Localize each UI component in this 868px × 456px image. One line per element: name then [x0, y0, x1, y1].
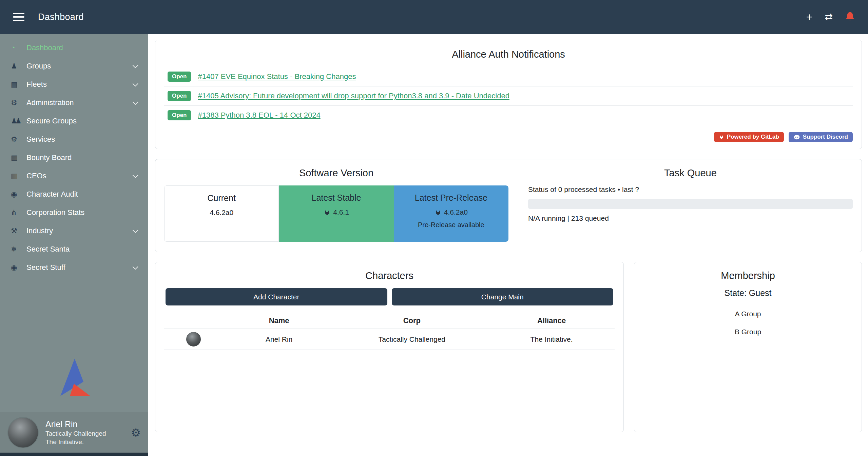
version-prerelease-number: 4.6.2a0: [444, 208, 468, 216]
sidebar-item-label: Secret Santa: [26, 245, 70, 254]
sidebar-item-secure-groups[interactable]: ♟♟ Secure Groups: [0, 112, 148, 130]
sidebar: ◔ Dashboard ♟ Groups ▤ Fleets ⚙ Administ…: [0, 34, 148, 456]
version-prerelease-value: 4.6.2a0: [394, 208, 508, 216]
membership-panel: Membership State: Guest A Group B Group: [634, 262, 862, 432]
characters-actions: Add Character Change Main: [166, 288, 613, 305]
wrench-icon: ⚒: [11, 227, 26, 235]
characters-title: Characters: [164, 270, 615, 281]
add-character-button[interactable]: Add Character: [166, 288, 387, 305]
sidebar-item-label: Industry: [26, 226, 53, 235]
chevron-down-icon: [133, 264, 138, 270]
sidebar-item-administration[interactable]: ⚙ Administration: [0, 94, 148, 112]
share-icon: ⋔: [11, 209, 26, 217]
top-navbar: Dashboard + ⇄: [0, 0, 868, 34]
version-prerelease-note: Pre-Release available: [394, 221, 508, 229]
sidebar-nav: ◔ Dashboard ♟ Groups ▤ Fleets ⚙ Administ…: [0, 34, 148, 277]
sidebar-item-label: Secret Stuff: [26, 263, 65, 272]
list-item: A Group: [643, 305, 853, 323]
user-icon: ♟: [11, 62, 26, 70]
sidebar-item-label: Groups: [26, 62, 51, 71]
sidebar-item-corporation-stats[interactable]: ⋔ Corporation Stats: [0, 203, 148, 222]
character-name: Ariel Rin: [223, 329, 335, 350]
version-current-label: Current: [165, 193, 278, 203]
software-taskqueue-panel: Software Version Current 4.6.2a0 Latest …: [155, 159, 862, 252]
notifications-footer: Powered by GitLab Support Discord: [164, 132, 853, 142]
notification-link[interactable]: #1407 EVE Equinox Status - Breaking Chan…: [198, 72, 356, 81]
character-alliance: The Initiative.: [488, 329, 615, 350]
software-version-title: Software Version: [164, 167, 508, 179]
folder-icon: ▥: [11, 172, 26, 180]
sidebar-item-label: Administration: [26, 98, 74, 107]
add-icon[interactable]: +: [806, 12, 813, 22]
sidebar-item-secret-santa[interactable]: ❄ Secret Santa: [0, 240, 148, 258]
user-meta: Ariel Rin Tactically Challenged The Init…: [45, 419, 106, 447]
sidebar-item-label: Services: [26, 135, 55, 144]
discord-badge-label: Support Discord: [803, 134, 848, 140]
notifications-bell-icon[interactable]: [845, 12, 855, 22]
notification-row: Open #1405 Advisory: Future development …: [164, 86, 853, 105]
gear-icon[interactable]: ⚙: [131, 426, 141, 439]
sidebar-bottom-strip: [0, 453, 148, 456]
chevron-down-icon: [133, 62, 138, 68]
menu-icon[interactable]: [13, 11, 24, 23]
discord-badge[interactable]: Support Discord: [789, 132, 853, 142]
dashboard-icon: ◔: [11, 44, 26, 52]
sidebar-item-dashboard[interactable]: ◔ Dashboard: [0, 39, 148, 57]
notification-link[interactable]: #1383 Python 3.8 EOL - 14 Oct 2024: [198, 111, 320, 120]
sidebar-item-services[interactable]: ⚙ Services: [0, 130, 148, 148]
task-queue-status: Status of 0 processed tasks • last ?: [528, 185, 853, 194]
gitlab-icon: [324, 209, 331, 216]
notifications-title: Alliance Auth Notifications: [164, 49, 853, 60]
notifications-panel: Alliance Auth Notifications Open #1407 E…: [155, 40, 862, 149]
sidebar-item-label: Dashboard: [26, 43, 63, 52]
characters-table-header: Name Corp Alliance: [164, 313, 615, 329]
gitlab-icon: [435, 209, 442, 216]
sidebar-item-label: Fleets: [26, 80, 47, 89]
notification-link[interactable]: #1405 Advisory: Future development will …: [198, 92, 509, 100]
version-boxes: Current 4.6.2a0 Latest Stable 4.6.1 Late…: [164, 185, 508, 242]
version-stable-label: Latest Stable: [279, 193, 393, 203]
users-icon: ♟♟: [11, 117, 26, 125]
alliance-logo: [54, 357, 95, 399]
sidebar-item-character-audit[interactable]: ◉ Character Audit: [0, 185, 148, 203]
sidebar-item-label: Corporation Stats: [26, 208, 84, 217]
sidebar-item-fleets[interactable]: ▤ Fleets: [0, 75, 148, 94]
software-version-section: Software Version Current 4.6.2a0 Latest …: [164, 164, 508, 242]
sidebar-item-bounty-board[interactable]: ▦ Bounty Board: [0, 148, 148, 167]
eye-icon: ◉: [11, 190, 26, 198]
membership-groups: A Group B Group: [643, 305, 853, 341]
eye-icon: ◉: [11, 263, 26, 272]
chevron-down-icon: [133, 81, 138, 86]
gift-icon: ❄: [11, 245, 26, 253]
sidebar-item-industry[interactable]: ⚒ Industry: [0, 222, 148, 240]
name-column-header: Name: [223, 313, 335, 329]
sidebar-item-label: Secure Groups: [26, 117, 77, 125]
billboard-icon: ▦: [11, 154, 26, 162]
version-stable-value: 4.6.1: [279, 208, 393, 216]
sidebar-item-groups[interactable]: ♟ Groups: [0, 57, 148, 75]
version-stable: Latest Stable 4.6.1: [279, 185, 393, 242]
table-row[interactable]: Ariel Rin Tactically Challenged The Init…: [164, 329, 615, 350]
corp-column-header: Corp: [335, 313, 489, 329]
task-queue-progressbar: [528, 199, 853, 209]
change-main-button[interactable]: Change Main: [392, 288, 614, 305]
navbar-actions: + ⇄: [806, 12, 855, 22]
chevron-down-icon: [133, 99, 138, 105]
gears-icon: ⚙: [11, 99, 26, 107]
list-item: B Group: [643, 323, 853, 341]
sidebar-item-ceos[interactable]: ▥ CEOs: [0, 167, 148, 185]
version-prerelease: Latest Pre-Release 4.6.2a0 Pre-Release a…: [394, 185, 508, 242]
bottom-row: Characters Add Character Change Main Nam…: [155, 262, 862, 432]
shuffle-icon[interactable]: ⇄: [825, 12, 833, 22]
gitlab-badge[interactable]: Powered by GitLab: [714, 132, 784, 142]
chevron-down-icon: [133, 227, 138, 233]
user-corp: Tactically Challenged: [45, 430, 106, 438]
task-queue-title: Task Queue: [528, 167, 853, 179]
version-stable-number: 4.6.1: [333, 208, 349, 216]
sidebar-item-secret-stuff[interactable]: ◉ Secret Stuff: [0, 258, 148, 277]
character-corp: Tactically Challenged: [335, 329, 489, 350]
sidebar-item-label: CEOs: [26, 172, 46, 180]
version-current: Current 4.6.2a0: [164, 185, 279, 242]
notification-row: Open #1407 EVE Equinox Status - Breaking…: [164, 67, 853, 86]
membership-title: Membership: [643, 270, 853, 281]
